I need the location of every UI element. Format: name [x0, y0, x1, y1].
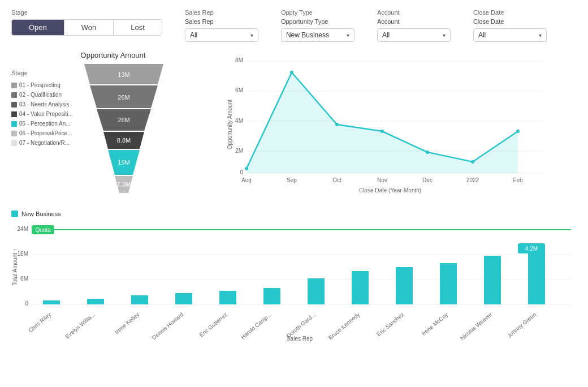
legend-item-6: 06 - Proposal/Price...	[11, 130, 73, 136]
bar-label-eric-gutierrez: Eric Gutierrez	[198, 311, 228, 338]
funnel-svg-container: 13M 26M 26M 8.8M 19M	[79, 64, 215, 201]
close-date-sub-label: Close Date	[473, 18, 547, 25]
bar-evelyn	[87, 299, 104, 304]
bar-label-evelyn: Evelyn Willia...	[64, 311, 96, 339]
dashboard: Stage Open Won Lost Sales Rep Sales Rep …	[0, 0, 588, 357]
legend-item-1: 01 - Prospecting	[11, 82, 73, 88]
stage-lost-button[interactable]: Lost	[114, 20, 162, 35]
legend-item-2: 02 - Qualification	[11, 92, 73, 98]
y-axis-0: 0	[240, 169, 243, 175]
bar-label-irene-kelley: Irene Kelley	[114, 311, 141, 335]
x-label-nov: Nov	[377, 177, 387, 183]
funnel-legend: Stage 01 - Prospecting 02 - Qualificatio…	[11, 64, 73, 201]
quota-label: Quota	[35, 227, 51, 233]
bar-irene-mccoy	[440, 263, 457, 304]
sales-rep-select[interactable]: All ▾	[185, 28, 258, 42]
legend-label-6: 06 - Proposal/Price...	[19, 130, 72, 136]
bar-y-16m: 16M	[18, 251, 28, 257]
funnel-label-3: 26M	[118, 117, 129, 123]
close-date-chevron-icon: ▾	[539, 32, 542, 38]
funnel-title: Opportunity Amount	[11, 51, 215, 59]
bar-irene-kelley	[131, 295, 148, 304]
funnel-content: Stage 01 - Prospecting 02 - Qualificatio…	[11, 64, 215, 201]
data-point-oct	[335, 123, 339, 126]
close-date-value: All	[478, 31, 486, 39]
bar-nicolas-weaver	[484, 256, 501, 304]
y-axis-8m: 8M	[235, 57, 243, 63]
x-label-dec: Dec	[422, 177, 433, 183]
legend-dot-4	[11, 111, 17, 117]
legend-item-7: 07 - Negotiation/R...	[11, 140, 73, 146]
account-sub-label: Account	[377, 18, 451, 25]
sales-rep-chevron-icon: ▾	[250, 32, 253, 38]
data-point-nov	[381, 130, 384, 133]
sales-rep-sub-label: Sales Rep	[185, 18, 258, 25]
close-date-filter: Close Date Close Date All ▾	[473, 9, 547, 42]
legend-dot-5	[11, 121, 17, 127]
account-select[interactable]: All ▾	[377, 28, 451, 42]
bar-label-irene-mccoy: Irene McCoy	[421, 311, 449, 337]
account-filter: Account Account All ▾	[377, 9, 451, 42]
oppty-type-select[interactable]: New Business ▾	[281, 28, 354, 42]
stage-won-button[interactable]: Won	[64, 20, 114, 35]
bar-chart-section: New Business 24M 16M 8M 0 Quota Chris	[11, 210, 577, 348]
close-date-label: Close Date	[473, 9, 547, 16]
bar-label-harold: Harold Camp...	[240, 311, 273, 341]
data-point-sep	[290, 71, 293, 74]
legend-dot-2	[11, 92, 17, 98]
bar-y-8m: 8M	[20, 276, 28, 282]
legend-label-3: 03 - Needs Analysis	[19, 101, 69, 108]
legend-label-2: 02 - Qualification	[19, 92, 62, 98]
y-axis-title: Opportunity Amount	[227, 100, 233, 150]
legend-label-1: 01 - Prospecting	[19, 82, 60, 88]
bar-label-doroth: Doroth Gard...	[286, 311, 317, 339]
bar-doroth	[308, 278, 325, 304]
bar-chris-riley	[43, 300, 60, 304]
bar-label-eric-sanchez: Eric Sanchez	[375, 311, 405, 337]
legend-dot-3	[11, 102, 17, 108]
funnel-chart-container: Opportunity Amount Stage 01 - Prospectin…	[11, 51, 215, 201]
line-chart-svg: 8M 6M 4M 2M 0	[226, 51, 554, 198]
bar-bruce-kennedy	[352, 271, 369, 304]
data-point-2022	[471, 160, 474, 164]
stage-open-button[interactable]: Open	[12, 20, 64, 35]
legend-dot-7	[11, 140, 17, 146]
bar-dennis-howard	[175, 293, 192, 304]
bar-label-dennis-howard: Dennis Howard	[151, 311, 184, 341]
bar-y-axis-title: Total Amount ↑	[12, 248, 18, 286]
legend-dot-1	[11, 83, 17, 88]
x-axis-title: Close Date (Year-Month)	[359, 187, 421, 194]
x-label-2022: 2022	[466, 177, 479, 183]
oppty-type-value: New Business	[286, 31, 329, 39]
bar-legend-dot	[11, 210, 18, 217]
oppty-type-chevron-icon: ▾	[347, 32, 349, 38]
funnel-label-1: 13M	[118, 71, 129, 78]
data-point-dec	[426, 150, 429, 154]
bar-johnny-value-label: 4.2M	[525, 246, 538, 252]
bar-eric-sanchez	[396, 267, 413, 304]
bar-chart-svg: 24M 16M 8M 0 Quota Chris Riley Evelyn	[11, 222, 577, 346]
data-point-feb	[516, 130, 520, 133]
funnel-label-4: 8.8M	[117, 137, 131, 144]
sales-rep-filter: Sales Rep Sales Rep All ▾	[185, 9, 258, 42]
legend-label-7: 07 - Negotiation/R...	[19, 140, 70, 146]
bar-y-0: 0	[25, 300, 28, 307]
legend-dot-6	[11, 131, 17, 136]
bar-label-nicolas-weaver: Nicolas Weaver	[459, 311, 494, 342]
stage-buttons: Open Won Lost	[11, 19, 162, 36]
sales-rep-value: All	[190, 31, 197, 39]
oppty-type-filter: Oppty Type Opportunity Type New Business…	[281, 9, 354, 42]
bar-legend-label: New Business	[21, 210, 61, 217]
bar-label-johnny-green: Johnny Green	[506, 311, 537, 339]
account-chevron-icon: ▾	[443, 32, 446, 38]
account-label: Account	[377, 9, 451, 16]
funnel-label-2: 26M	[118, 94, 129, 101]
legend-label-5: 05 - Perception An...	[19, 121, 71, 127]
bar-label-chris-riley: Chris Riley	[27, 311, 52, 334]
bar-harold	[263, 288, 280, 304]
close-date-select[interactable]: All ▾	[473, 28, 547, 42]
bar-eric-gutierrez	[219, 291, 236, 304]
x-label-sep: Sep	[287, 177, 297, 183]
funnel-label-6: 7.3M	[117, 181, 131, 188]
bar-johnny-green	[528, 248, 545, 304]
